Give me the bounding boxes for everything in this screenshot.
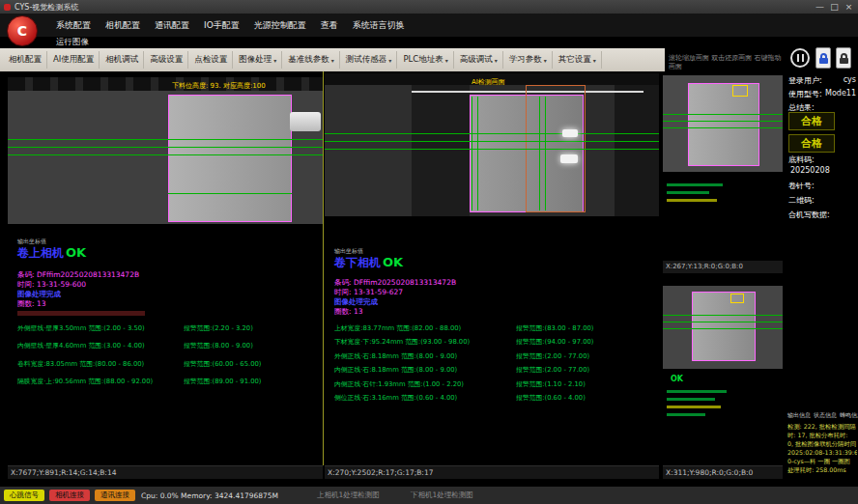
measurement-row: 外侧正线·右:8.18mm 范围:(8.00 - 9.00) 报警范围:(2.0… [334,352,655,360]
menu-item[interactable]: IO手配置 [204,19,240,32]
maximize-button[interactable]: □ [827,0,842,14]
guide-line [663,315,783,316]
menu-item[interactable]: 系统语言切换 [353,19,405,32]
stats-tab[interactable]: 输出信息 [787,411,811,420]
menu-item[interactable]: 通讯配置 [155,19,189,32]
toolbar-button-label: 相机配置 [9,54,42,66]
preview-top-image[interactable] [663,75,783,172]
toolbar-button[interactable]: AI使用配置 ▾ [48,51,100,69]
alarm-range: 报警范围:(83.00 - 87.00) [516,324,655,332]
tab-run-image[interactable]: 运行图像 [56,37,89,46]
camera-result-title: 卷上相机OK [17,245,86,262]
toolbar-button[interactable]: 学习参数 ▾ [504,51,553,69]
toolbar-button-label: 高级设置 [150,54,183,66]
count-text: 圈数: 13 [17,299,45,309]
write-label: 合机写数据: [788,210,830,220]
stats-tab[interactable]: 状态信息 [814,411,837,420]
measurement-value: 下材宽度·下:95.24mm 范围:(93.00 - 98.00) [334,338,516,346]
measurement-row: 侧位正线·右:3.16mm 范围:(0.60 - 4.00) 报警范围:(0.6… [334,394,655,402]
guide-line [663,328,783,329]
user-value: cys [844,75,856,86]
measurement-value: 内侧正线·右针:1.93mm 范围:(1.00 - 2.20) [334,380,516,388]
menu-item[interactable]: 光源控制配置 [254,19,306,32]
minimize-button[interactable]: — [813,0,827,14]
stats-tab[interactable]: 蜂鸣信息 [840,411,858,420]
toolbar-button[interactable]: 图像处理 ▾ [234,51,282,69]
lock-icon [820,53,827,58]
guide-line [477,97,478,210]
toolbar-button[interactable]: 其它设置 ▾ [554,51,602,69]
guide-line [325,141,659,142]
time-text: 时间: 13-31-59-627 [334,288,403,297]
toolbar-button-label: AI使用配置 [53,54,94,66]
coord-readout-mid: X:270;Y:2502;R:17;G:17;B:17 [325,465,659,479]
camera2-note: 下相机1处理检测图 [411,490,473,500]
stats-line: 检测: 222, 批检检测间隔 [787,422,857,431]
coord-readout-right: X:311;Y:980;R:0;G:0;B:0 [663,465,783,479]
toolbar-button[interactable]: 测试传感器 ▾ [341,51,398,69]
measurement-list: 外侧壁线·壁厚3.50mm 范围:(2.00 - 3.50) 报警范围:(2.2… [17,324,319,386]
toolbar-button[interactable]: 基准线参数 ▾ [283,51,340,69]
weld-glint [562,129,578,137]
toolbar-button-label: 点检设置 [194,54,227,66]
measurement-value: 隔膜宽度·上:90.56mm 范围:(88.00 - 92.00) [17,378,184,385]
measurement-value: 侧位正线·右:3.16mm 范围:(0.60 - 4.00) [334,394,516,402]
barcode-text: 条码: DFffim2025020813313472B [334,278,456,288]
batch-label: 底料码: [788,154,815,165]
barcode-text: 条码: DFffim2025020813313472B [17,270,139,280]
count-text: 圈数: 13 [334,307,362,317]
menu-item[interactable]: 系统配置 [56,19,91,32]
product-region [692,292,756,361]
preview-bottom-image[interactable] [663,286,783,369]
status-badge: 心跳信号 [4,490,44,501]
toolbar-button[interactable]: 相机配置 ▾ [4,51,47,69]
toolbar-button-label: PLC地址表 [403,54,443,66]
toolbar-button[interactable]: 高级调试 ▾ [455,51,503,69]
micro-text [667,183,723,186]
status-ok: OK [671,375,683,383]
roi-rectangle [730,294,744,303]
pause-button[interactable] [790,48,810,68]
stats-tabs: 输出信息状态信息蜂鸣信息 [787,411,858,420]
micro-text [667,398,715,401]
measurement-value: 上材宽度:83.77mm 范围:(82.00 - 88.00) [334,324,516,332]
left-camera-image[interactable]: 下料位高度: 93. 对应高度:100 [8,77,323,224]
measurement-row: 内侧壁线·壁厚4.60mm 范围:(3.00 - 4.00) 报警范围:(8.0… [17,342,319,350]
right-camera-panel: AI检测画面 输出坐标值 卷下相机OK 条码: DFffim2025020813… [325,71,659,465]
guide-line [539,97,540,210]
gripper-part [290,112,321,131]
unlock-button[interactable] [836,47,851,69]
guide-line [8,139,323,140]
guide-line [8,147,323,148]
chevron-down-icon: ▾ [544,57,547,64]
guide-line [325,133,659,134]
close-button[interactable]: × [842,0,856,14]
toolbar-button-label: 其它设置 [558,54,591,66]
micro-text [667,191,709,194]
status-ok: OK [66,245,86,260]
camera-name: 卷上相机 [17,246,64,260]
toolbar-button[interactable]: 高级设置 ▾ [145,51,188,69]
result-badge: 合格 [788,134,835,153]
lock-button[interactable] [815,47,831,69]
status-badge: 相机连接 [49,490,90,501]
measurement-row: 上材宽度:83.77mm 范围:(82.00 - 88.00) 报警范围:(83… [334,324,655,332]
toolbar-button[interactable]: 点检设置 ▾ [189,51,233,69]
measurement-row: 外侧壁线·壁厚3.50mm 范围:(2.00 - 3.50) 报警范围:(2.2… [17,324,319,332]
micro-text [667,199,717,202]
user-label: 登录用户: [788,75,822,86]
cpu-memory-text: Cpu: 0.0% Memory: 3424.41796875M [141,491,278,500]
status-badges: 心跳信号相机连接通讯连接 [4,490,135,501]
menu-item[interactable]: 查看 [321,19,338,32]
right-camera-image[interactable]: AI检测画面 [325,73,659,216]
toolbar-button-label: 高级调试 [460,54,493,66]
stats-line: 0-cys—料 一圈 一圈图 [787,457,857,465]
toolbar-button[interactable]: 相机调试 ▾ [100,51,144,69]
menu-item[interactable]: 相机配置 [105,19,140,32]
menu-bar: 系统配置相机配置通讯配置IO手配置光源控制配置查看系统语言切换 [0,14,858,37]
process-done-text: 图像处理完成 [334,297,378,307]
left-camera-panel: 下料位高度: 93. 对应高度:100 输出坐标值 卷上相机OK 条码: DFf… [8,71,324,465]
guide-line [663,114,783,115]
toolbar-button[interactable]: PLC地址表 ▾ [398,51,453,69]
micro-text [667,413,705,416]
